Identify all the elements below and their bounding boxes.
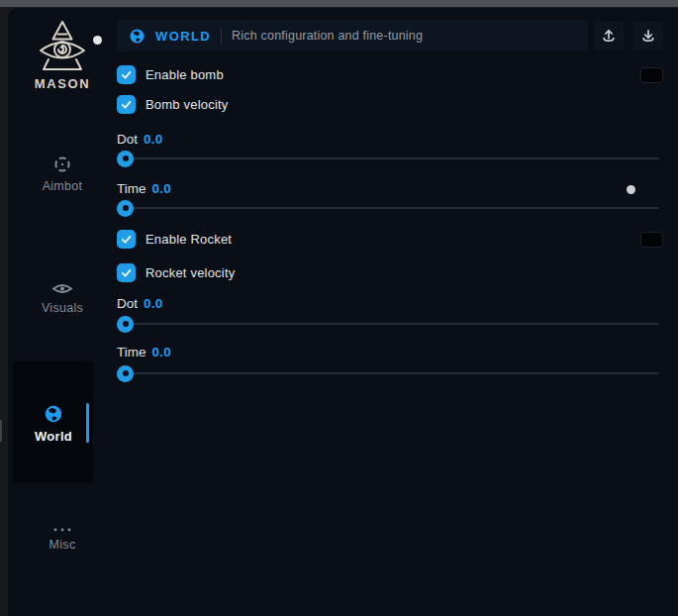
sidebar-item-visuals[interactable]: Visuals: [8, 281, 117, 315]
download-config-button[interactable]: [633, 21, 663, 51]
sidebar-item-world[interactable]: World: [8, 404, 99, 444]
section-title: WORLD: [155, 29, 211, 44]
globe-icon: [44, 404, 63, 424]
slider-value: 0.0: [152, 345, 172, 359]
upload-config-button[interactable]: [594, 21, 624, 51]
enable-bomb-checkbox[interactable]: [117, 65, 136, 84]
slider-label-rocket-dot: Dot0.0: [117, 296, 663, 311]
slider-value: 0.0: [144, 296, 163, 311]
left-edge-artifact: [0, 420, 2, 442]
ellipsis-icon: [52, 527, 72, 533]
check-icon: [120, 68, 133, 81]
check-icon: [120, 233, 133, 246]
upload-icon: [601, 28, 617, 44]
slider-handle[interactable]: [117, 151, 134, 167]
brand-name: MASON: [35, 76, 90, 91]
slider-name: Dot: [117, 132, 138, 147]
globe-icon: [129, 28, 145, 45]
section-subtitle: Rich configuration and fine-tuning: [232, 29, 423, 43]
slider-track[interactable]: [117, 372, 659, 374]
rocket-color-swatch[interactable]: [640, 232, 663, 248]
menu-panel: MASON Aimbot Visuals: [8, 8, 678, 616]
checkbox-label: Bomb velocity: [145, 97, 229, 112]
slider-handle[interactable]: [117, 365, 134, 382]
masonic-eye-icon: [34, 20, 91, 73]
header-row: WORLD Rich configuration and fine-tuning: [117, 20, 663, 51]
slider-value: 0.0: [152, 181, 172, 196]
sidebar-item-label: Aimbot: [43, 179, 83, 193]
header-divider: [221, 28, 222, 45]
bomb-color-swatch[interactable]: [640, 67, 663, 83]
rocket-velocity-checkbox[interactable]: [117, 263, 136, 282]
cursor-dot: [627, 185, 635, 194]
slider-name: Time: [117, 345, 146, 359]
checkbox-label: Rocket velocity: [145, 265, 235, 280]
slider-name: Dot: [117, 296, 138, 311]
slider-handle[interactable]: [117, 200, 134, 217]
crosshair-icon: [52, 154, 72, 174]
rocket-dot-slider[interactable]: [117, 315, 663, 333]
slider-label-bomb-time: Time0.0: [117, 181, 663, 196]
checkbox-row-enable-bomb: Enable bomb: [117, 65, 663, 84]
window-top-edge: [0, 0, 678, 7]
rocket-time-slider[interactable]: [117, 364, 663, 382]
sidebar-item-label: Misc: [49, 538, 76, 552]
sidebar-item-label: World: [35, 429, 72, 444]
enable-rocket-checkbox[interactable]: [117, 230, 136, 249]
sidebar-item-aimbot[interactable]: Aimbot: [8, 154, 117, 193]
slider-value: 0.0: [144, 132, 163, 147]
sidebar: MASON Aimbot Visuals: [8, 8, 117, 616]
check-icon: [120, 266, 133, 279]
cursor-dot: [93, 36, 102, 45]
section-header: WORLD Rich configuration and fine-tuning: [117, 20, 588, 51]
content-area: WORLD Rich configuration and fine-tuning: [117, 20, 663, 382]
slider-track[interactable]: [117, 207, 659, 209]
slider-handle[interactable]: [117, 316, 134, 333]
eye-icon: [51, 281, 73, 296]
check-icon: [120, 98, 133, 111]
download-icon: [640, 28, 656, 44]
slider-label-rocket-time: Time0.0: [117, 345, 663, 359]
slider-track[interactable]: [117, 157, 659, 159]
checkbox-row-bomb-velocity: Bomb velocity: [117, 95, 663, 114]
sidebar-item-label: Visuals: [42, 301, 83, 315]
checkbox-row-rocket-velocity: Rocket velocity: [117, 263, 663, 282]
bomb-time-slider[interactable]: [117, 199, 663, 217]
slider-name: Time: [117, 181, 146, 196]
bomb-velocity-checkbox[interactable]: [117, 95, 136, 114]
checkbox-label: Enable bomb: [145, 67, 224, 82]
slider-label-bomb-dot: Dot0.0: [117, 132, 663, 147]
brand-logo: MASON: [8, 20, 117, 91]
checkbox-label: Enable Rocket: [145, 232, 232, 247]
bomb-dot-slider[interactable]: [117, 150, 663, 167]
sidebar-item-misc[interactable]: Misc: [8, 527, 117, 552]
checkbox-row-enable-rocket: Enable Rocket: [117, 230, 663, 249]
slider-track[interactable]: [117, 323, 659, 325]
